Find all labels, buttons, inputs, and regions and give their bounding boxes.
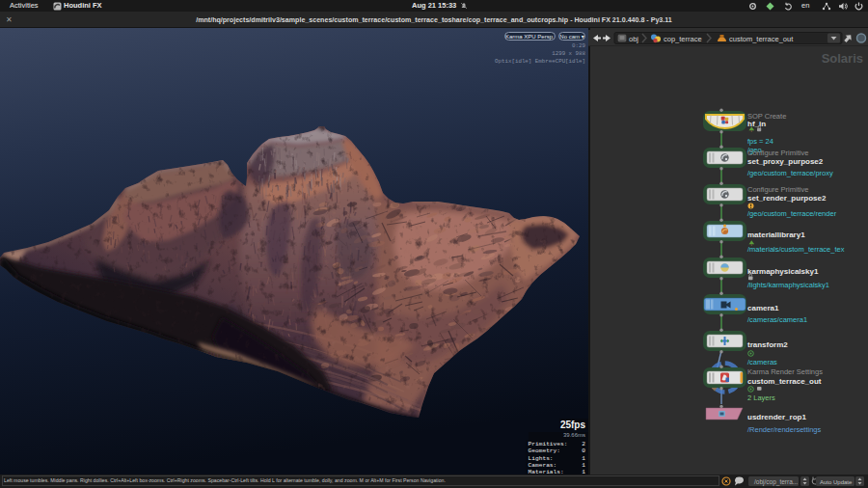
svg-text:/cameras: /cameras xyxy=(747,358,777,366)
svg-text:hf_in: hf_in xyxy=(747,120,766,128)
svg-text:cop_terrace: cop_terrace xyxy=(664,35,702,43)
svg-text:/geo/custom_terrace/render: /geo/custom_terrace/render xyxy=(747,209,837,218)
svg-text:set_render_purpose2: set_render_purpose2 xyxy=(747,194,827,203)
svg-text:transform2: transform2 xyxy=(747,340,788,349)
svg-text:camera1: camera1 xyxy=(747,304,779,312)
svg-text:2 Layers: 2 Layers xyxy=(747,393,775,402)
svg-text:custom_terrace_out: custom_terrace_out xyxy=(729,35,794,43)
svg-text:/cameras/camera1: /cameras/camera1 xyxy=(747,315,807,324)
svg-text:usdrender_rop1: usdrender_rop1 xyxy=(747,413,806,421)
svg-text:fps = 24: fps = 24 xyxy=(747,137,773,146)
svg-text:set_proxy_purpose2: set_proxy_purpose2 xyxy=(747,157,824,166)
svg-text:/geo/custom_terrace/proxy: /geo/custom_terrace/proxy xyxy=(747,169,833,177)
svg-text:/materials/custom_terrace_tex: /materials/custom_terrace_tex xyxy=(747,245,845,254)
svg-text:materiallibrary1: materiallibrary1 xyxy=(747,230,805,239)
svg-text:custom_terrace_out: custom_terrace_out xyxy=(747,377,822,386)
svg-text:/Render/rendersettings: /Render/rendersettings xyxy=(747,425,822,434)
svg-text:/obj/cop_terra...: /obj/cop_terra... xyxy=(754,478,798,486)
svg-text:/lights/karmaphysicalsky1: /lights/karmaphysicalsky1 xyxy=(747,281,829,289)
svg-text:obj: obj xyxy=(629,35,638,43)
svg-text:karmaphysicalsky1: karmaphysicalsky1 xyxy=(747,267,819,276)
svg-text:Karma Render Settings: Karma Render Settings xyxy=(747,367,823,376)
svg-text:Auto Update: Auto Update xyxy=(820,479,853,485)
